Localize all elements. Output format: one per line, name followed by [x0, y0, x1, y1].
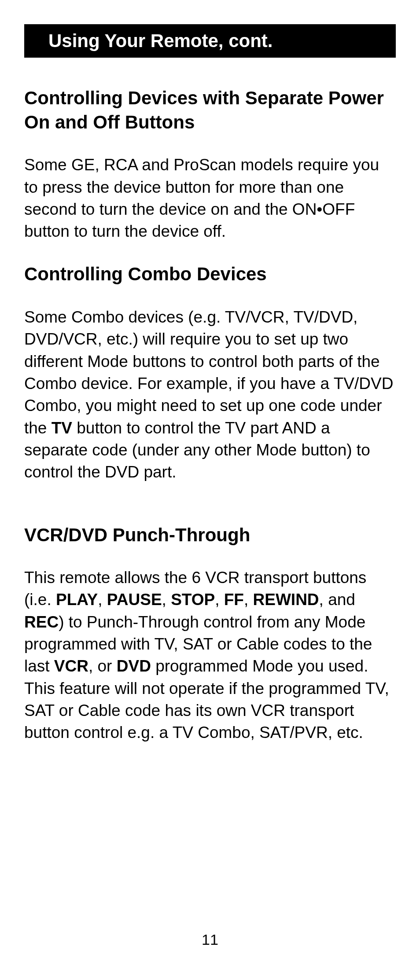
pt-rec: REC [24, 613, 59, 631]
pt-c5: , and [319, 591, 355, 609]
page-title-banner: Using Your Remote, cont. [24, 24, 396, 58]
page-title-text: Using Your Remote, cont. [48, 30, 273, 51]
page-container: Using Your Remote, cont. Controlling Dev… [0, 0, 420, 980]
pt-dvd: DVD [117, 657, 151, 675]
section-body-punchthrough: This remote allows the 6 VCR transport b… [24, 567, 396, 744]
combo-tv-bold: TV [52, 419, 72, 437]
pt-c3: , [215, 591, 224, 609]
pt-c6: , or [88, 657, 117, 675]
section-heading-combo: Controlling Combo Devices [24, 262, 396, 286]
section-body-combo: Some Combo devices (e.g. TV/VCR, TV/DVD,… [24, 306, 396, 484]
pt-play: PLAY [56, 591, 98, 609]
pt-rewind: REWIND [253, 591, 319, 609]
pt-stop: STOP [171, 591, 215, 609]
combo-text-pre: Some Combo devices (e.g. TV/VCR, TV/DVD,… [24, 308, 393, 437]
pt-pause: PAUSE [107, 591, 162, 609]
pt-ff: FF [224, 591, 244, 609]
section-heading-punchthrough: VCR/DVD Punch-Through [24, 523, 396, 547]
pt-vcr: VCR [54, 657, 88, 675]
pt-c4: , [244, 591, 253, 609]
page-number: 11 [0, 931, 420, 948]
combo-text-post: button to control the TV part AND a sepa… [24, 419, 370, 481]
section-body-separate-power: Some GE, RCA and ProScan models require … [24, 154, 396, 242]
section-heading-separate-power: Controlling Devices with Separate Power … [24, 86, 396, 134]
pt-c2: , [162, 591, 171, 609]
pt-c1: , [98, 591, 107, 609]
